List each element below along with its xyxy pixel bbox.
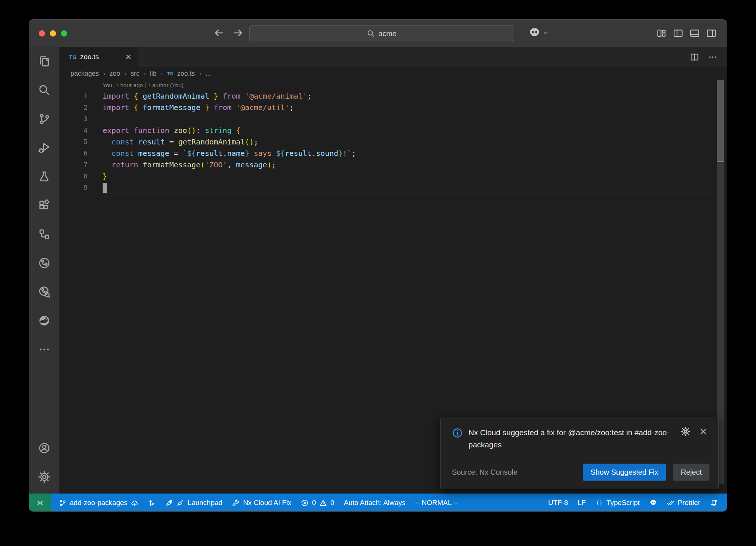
notification-source: Source: Nx Console xyxy=(452,468,518,477)
activity-item-search[interactable] xyxy=(29,76,59,105)
code-line-8[interactable]: 8} xyxy=(59,171,727,182)
editor-actions xyxy=(690,47,717,67)
status-auto-attach-label: Auto Attach: Always xyxy=(344,499,405,507)
code-text xyxy=(87,182,103,194)
code-text xyxy=(87,113,103,125)
zoom-traffic-light[interactable] xyxy=(61,30,67,37)
activity-item-nx-console[interactable] xyxy=(29,249,59,277)
search-icon xyxy=(367,30,375,38)
breadcrumb-item-file[interactable]: zoo.ts xyxy=(177,70,195,78)
copilot-menu-button[interactable] xyxy=(528,27,549,39)
plug-icon xyxy=(176,499,184,507)
source-control-icon xyxy=(38,113,51,125)
status-language-mode[interactable]: {}TypeScript xyxy=(591,494,645,512)
tab-label: zoo.ts xyxy=(80,53,121,61)
status-problems-label: 0 xyxy=(330,499,334,507)
toggle-panel-icon[interactable] xyxy=(690,28,700,38)
code-text: return formatMessage('ZOO', message); xyxy=(87,159,276,171)
status-formatter[interactable]: Prettier xyxy=(662,494,705,512)
chevron-down-icon xyxy=(542,30,549,36)
status-auto-attach[interactable]: Auto Attach: Always xyxy=(339,494,410,512)
breadcrumb-more[interactable]: ... xyxy=(205,70,211,78)
commit-graph-icon xyxy=(148,499,156,507)
activity-item-testing[interactable] xyxy=(29,162,59,191)
code-line-7[interactable]: 7 return formatMessage('ZOO', message); xyxy=(59,159,727,171)
status-nx-cloud-ai-fix[interactable]: Nx Cloud AI Fix xyxy=(227,494,296,512)
tab-close-icon[interactable] xyxy=(124,53,133,61)
project-structure-icon xyxy=(38,228,51,240)
activity-item-code-inspect[interactable] xyxy=(29,277,59,306)
warning-icon xyxy=(319,499,327,507)
codelens-blame[interactable]: You, 1 hour ago | 1 author (You) xyxy=(59,80,727,91)
activity-item-edge-tools[interactable] xyxy=(29,306,59,335)
activity-item-account[interactable] xyxy=(29,434,59,463)
status-commit-graph[interactable] xyxy=(143,494,161,512)
status-vim-mode[interactable]: -- NORMAL -- xyxy=(410,494,463,512)
close-traffic-light[interactable] xyxy=(39,30,45,37)
double-check-icon xyxy=(667,499,674,507)
notification-settings-gear-icon[interactable] xyxy=(681,427,690,436)
code-line-9[interactable]: 9 xyxy=(59,182,727,194)
status-git-branch[interactable]: add-zoo-packages xyxy=(54,494,143,512)
tab-zoo-ts[interactable]: TS zoo.ts xyxy=(59,47,138,67)
status-remote-indicator[interactable] xyxy=(29,494,51,512)
activity-item-settings-gear[interactable] xyxy=(29,463,59,491)
breadcrumb-item-packages[interactable]: packages xyxy=(71,70,99,78)
error-icon xyxy=(301,499,309,507)
code-line-2[interactable]: 2import { formatMessage } from '@acme/ut… xyxy=(59,102,727,113)
activity-item-source-control[interactable] xyxy=(29,105,59,133)
cloud-upload-icon xyxy=(131,499,138,507)
status-problems-label: 0 xyxy=(312,499,316,507)
minimize-traffic-light[interactable] xyxy=(50,30,56,37)
code-line-1[interactable]: 1import { getRandomAnimal } from '@acme/… xyxy=(59,91,727,102)
line-number: 2 xyxy=(59,102,87,113)
code-text: import { formatMessage } from '@acme/uti… xyxy=(87,102,294,113)
code-line-3[interactable]: 3 xyxy=(59,113,727,125)
breadcrumb-item-lib[interactable]: lib xyxy=(150,70,157,78)
desktop-background: acme TS zoo.ts xyxy=(0,0,756,546)
search-value: acme xyxy=(378,30,396,38)
run-and-debug-icon xyxy=(38,141,51,154)
activity-item-project-structure[interactable] xyxy=(29,220,59,249)
svg-text:{}: {} xyxy=(596,500,602,506)
activity-item-more-views[interactable] xyxy=(29,335,59,364)
scrollbar-slider[interactable] xyxy=(717,80,724,162)
split-editor-icon[interactable] xyxy=(690,52,699,62)
line-number: 6 xyxy=(59,148,87,159)
copilot-icon xyxy=(528,27,541,39)
activity-item-run-and-debug[interactable] xyxy=(29,133,59,162)
show-suggested-fix-button[interactable]: Show Suggested Fix xyxy=(583,464,666,481)
remote-icon xyxy=(36,499,44,507)
code-line-4[interactable]: 4export function zoo(): string { xyxy=(59,125,727,136)
code-line-5[interactable]: 5 const result = getRandomAnimal(); xyxy=(59,136,727,148)
line-number: 9 xyxy=(59,182,87,194)
activity-item-extensions[interactable] xyxy=(29,191,59,220)
status-notifications-bell[interactable] xyxy=(705,494,722,512)
text-cursor xyxy=(103,183,107,193)
toggle-secondary-sidebar-icon[interactable] xyxy=(706,28,717,38)
status-copilot[interactable] xyxy=(645,494,662,512)
status-bar: add-zoo-packagesLaunchpadNx Cloud AI Fix… xyxy=(29,494,727,512)
breadcrumb-item-zoo[interactable]: zoo xyxy=(109,70,120,78)
status-launchpad[interactable]: Launchpad xyxy=(161,494,227,512)
titlebar[interactable]: acme xyxy=(29,20,727,47)
more-actions-icon[interactable] xyxy=(708,52,717,62)
forward-arrow-icon[interactable] xyxy=(232,27,244,39)
toggle-primary-sidebar-icon[interactable] xyxy=(673,28,683,38)
status-problems[interactable]: 00 xyxy=(296,494,339,512)
notification-close-icon[interactable] xyxy=(698,427,708,436)
more-views-icon xyxy=(38,343,51,356)
customize-layout-icon[interactable] xyxy=(656,28,667,38)
code-line-6[interactable]: 6 const message = `${result.name} says $… xyxy=(59,148,727,159)
back-arrow-icon[interactable] xyxy=(213,27,225,39)
activity-item-explorer[interactable] xyxy=(29,47,59,76)
command-center-search[interactable]: acme xyxy=(249,25,514,42)
reject-button[interactable]: Reject xyxy=(673,464,709,481)
status-encoding-label: UTF-8 xyxy=(548,499,568,507)
status-encoding[interactable]: UTF-8 xyxy=(543,494,573,512)
status-eol[interactable]: LF xyxy=(573,494,591,512)
breadcrumb-item-src[interactable]: src xyxy=(131,70,140,78)
breadcrumb: packages›zoo›src›lib›TSzoo.ts›... xyxy=(59,67,727,80)
braces-icon: {} xyxy=(595,499,603,507)
git-branch-icon xyxy=(59,499,66,507)
